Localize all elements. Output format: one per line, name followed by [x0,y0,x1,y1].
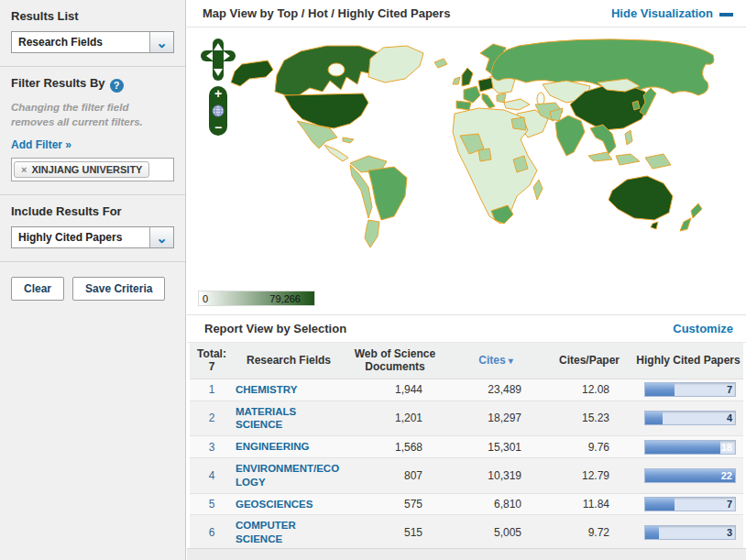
country-cuba[interactable] [343,137,354,143]
row-cites-value: 6,810 [446,493,545,515]
map-zoom-control[interactable]: + − [209,86,227,136]
save-criteria-button[interactable]: Save Criteria [72,277,165,301]
results-list-section: Results List Research Fields ⌄ [0,0,185,67]
research-field-link[interactable]: GEOSCIENCES [236,499,313,510]
column-cites[interactable]: Cites▾ [446,343,545,379]
research-field-link[interactable]: ENVIRONMENT/ECOLOGY [236,463,339,488]
total-label: Total: [192,347,232,360]
row-cites-value: 15,301 [446,436,545,458]
research-field-link[interactable]: COMPUTER SCIENCE [236,520,296,544]
filter-sidebar: Results List Research Fields ⌄ Filter Re… [0,0,186,560]
country-madagascar[interactable] [533,180,543,200]
highly-cited-bar: 3 [644,525,736,540]
country-south-korea[interactable] [632,101,640,110]
row-rank: 2 [190,401,234,436]
remove-tag-icon[interactable]: × [21,164,27,175]
footer-strip [187,548,746,560]
main-panel: Map View by Top / Hot / Highly Cited Pap… [187,0,746,560]
add-filter-link[interactable]: Add Filter » [11,138,71,151]
country-uk[interactable] [462,68,473,86]
row-field-cell: ENGINEERING [234,436,344,458]
filter-heading-label: Filter Results By [11,76,105,90]
filter-tag-input[interactable]: × XINJIANG UNIVERSITY [11,158,174,181]
highly-cited-count: 7 [727,384,732,395]
help-icon[interactable]: ? [110,79,124,93]
include-results-heading: Include Results For [11,204,174,218]
row-cites-per-paper-value: 11.84 [545,493,633,515]
filter-tag[interactable]: × XINJIANG UNIVERSITY [14,161,149,178]
row-cites-per-paper-value: 9.72 [545,515,633,551]
country-new-zealand-north[interactable] [691,203,702,218]
sidebar-buttons: Clear Save Criteria [0,262,185,315]
country-australia[interactable] [609,176,673,220]
row-cites-value: 10,319 [446,457,545,493]
country-turkey[interactable] [504,99,530,110]
country-france[interactable] [464,86,480,103]
chevron-down-icon[interactable]: ⌄ [149,32,173,52]
country-ireland[interactable] [453,77,460,84]
country-new-zealand-south[interactable] [680,218,691,231]
region-central-america[interactable] [324,145,348,161]
zoom-out-icon[interactable]: − [214,122,222,134]
map-view-title: Map View by Top / Hot / Highly Cited Pap… [203,6,611,20]
map-header: Map View by Top / Hot / Highly Cited Pap… [187,0,746,27]
country-iceland[interactable] [434,59,447,68]
row-rank: 3 [190,436,234,458]
filter-tag-label: XINJIANG UNIVERSITY [31,164,142,175]
region-new-guinea[interactable] [645,154,671,169]
collapse-minus-icon [719,13,733,16]
table-row: 4ENVIRONMENT/ECOLOGY80710,31912.7922 [190,457,743,493]
row-cites-per-paper-value: 12.08 [545,379,633,401]
row-bar-cell: 18 [633,436,743,458]
hide-visualization-link[interactable]: Hide Visualization [611,6,733,20]
region-tasmania[interactable] [651,222,658,229]
include-results-select[interactable]: Highly Cited Papers ⌄ [11,226,174,248]
globe-icon[interactable] [212,104,225,117]
country-alaska[interactable] [231,60,273,86]
zoom-in-icon[interactable]: + [214,88,222,100]
results-list-selected-value: Research Fields [12,32,149,52]
country-brazil[interactable] [368,167,407,220]
country-philippines[interactable] [625,130,632,145]
highly-cited-bar: 4 [644,411,736,425]
country-argentina[interactable] [365,220,379,247]
map-pan-control[interactable] [201,38,236,84]
hide-visualization-label: Hide Visualization [611,6,713,20]
row-cites-value: 5,005 [446,515,545,551]
country-germany[interactable] [478,78,493,92]
research-field-link[interactable]: ENGINEERING [236,441,310,452]
legend-min-value: 0 [203,293,208,304]
row-cites-value: 18,297 [446,401,545,436]
highly-cited-count: 4 [727,412,732,423]
row-bar-cell: 4 [633,401,743,436]
region-balkans[interactable] [497,93,506,103]
clear-button[interactable]: Clear [11,277,64,301]
choropleth-map-area: + − 0 79,266 [187,27,746,315]
results-list-select[interactable]: Research Fields ⌄ [11,31,174,53]
table-row: 5GEOSCIENCES5756,81011.847 [190,493,743,515]
row-docs-value: 1,944 [344,379,446,401]
country-indonesia-east[interactable] [616,154,640,165]
column-cites-per-paper: Cites/Paper [545,343,633,379]
row-rank: 4 [190,457,234,493]
total-value: 7 [192,360,232,373]
chevron-down-icon[interactable]: ⌄ [149,227,173,247]
world-map[interactable] [189,35,739,284]
country-greenland[interactable] [368,46,423,82]
country-usa[interactable] [284,93,368,128]
row-field-cell: MATERIALS SCIENCE [234,401,344,436]
research-field-link[interactable]: CHEMISTRY [236,384,297,395]
table-row: 6COMPUTER SCIENCE5155,0059.723 [190,515,743,551]
report-view-title: Report View by Selection [204,322,673,335]
cites-sort-label[interactable]: Cites [478,354,505,367]
country-egypt[interactable] [511,117,526,130]
report-header: Report View by Selection Customize [187,315,746,343]
customize-link[interactable]: Customize [673,322,733,335]
country-india[interactable] [555,115,585,156]
research-field-link[interactable]: MATERIALS SCIENCE [236,406,296,431]
country-spain[interactable] [456,101,471,110]
country-italy[interactable] [482,93,495,108]
filter-section: Filter Results By? Changing the filter f… [0,67,185,195]
row-rank: 6 [190,515,234,551]
country-nigeria[interactable] [478,148,491,161]
